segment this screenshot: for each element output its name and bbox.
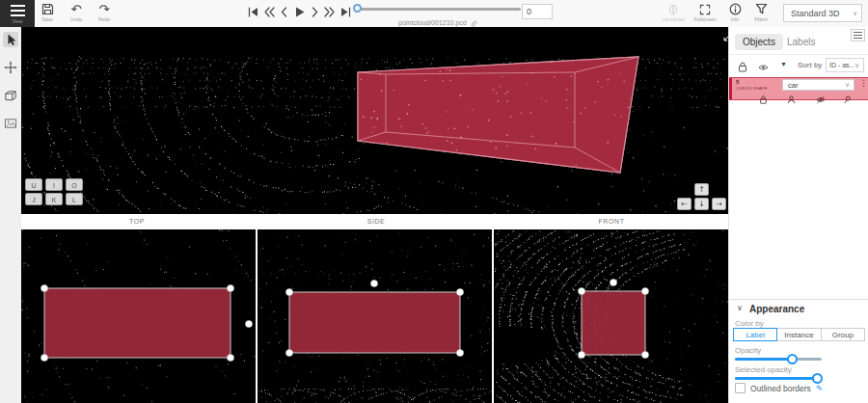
chevron-down-icon: ∨: [737, 304, 743, 312]
objects-toolbar: ▼ Sort by ID - as... ∨: [729, 56, 868, 75]
side-view-box[interactable]: [289, 292, 460, 353]
image-icon: [4, 117, 17, 130]
timeline-slider[interactable]: [355, 8, 521, 11]
sort-select[interactable]: ID - as... ∨: [826, 58, 864, 72]
selected-opacity-slider-fill: [735, 377, 818, 380]
chevron-down-icon: ∨: [854, 62, 859, 69]
object-id: 5: [736, 79, 739, 85]
undo-button[interactable]: ↶ Undo: [62, 3, 91, 22]
appearance-header[interactable]: ∨ Appearance: [729, 303, 868, 316]
redo-button[interactable]: ↷ Redo: [90, 3, 119, 22]
redo-icon: ↷: [90, 3, 119, 15]
select-tool-button[interactable]: [3, 32, 18, 47]
lock-all-icon[interactable]: [738, 59, 747, 76]
filter-icon: [746, 3, 775, 15]
outlined-borders-row: Outlined borders ✎: [735, 383, 823, 393]
arrow-right-button[interactable]: →: [712, 198, 726, 210]
opacity-slider-knob[interactable]: [787, 354, 798, 364]
arrow-left-button[interactable]: ←: [677, 198, 692, 210]
tab-labels[interactable]: Labels: [779, 34, 823, 50]
object-hide-icon[interactable]: [816, 91, 826, 108]
chevron-down-icon: ∨: [845, 81, 850, 89]
chevron-down-icon: ∨: [853, 10, 857, 17]
previous-frame-button[interactable]: [278, 6, 290, 18]
brain-icon: [659, 3, 688, 15]
rotation-handle: [370, 280, 377, 286]
main-menu-button[interactable]: View: [0, 0, 35, 27]
cuboid-icon: [4, 89, 17, 102]
arrow-down-button[interactable]: ↓: [694, 198, 709, 210]
expand-collapse-icon[interactable]: ▼: [780, 61, 787, 67]
cuboid-tool-button[interactable]: [3, 88, 18, 103]
top-view-annotation: [21, 229, 256, 403]
front-view-box[interactable]: [582, 291, 645, 355]
top-view-box[interactable]: [44, 288, 231, 358]
object-class-select[interactable]: car ∨: [782, 79, 854, 91]
fast-forward-button[interactable]: [324, 6, 337, 18]
move-tool-button[interactable]: [3, 60, 18, 75]
appearance-section: ∨ Appearance Color by Label Instance Gro…: [729, 299, 868, 300]
playback-controls: [247, 6, 352, 18]
selected-opacity-slider[interactable]: [735, 377, 822, 380]
timeline-slider-knob[interactable]: [353, 4, 362, 13]
object-accent-bar: [729, 78, 732, 99]
panel-tabs: Objects Labels: [729, 31, 868, 55]
mode-select-value: Standard 3D: [791, 9, 853, 18]
annotation-app: View Save ↶ Undo ↷ Redo: [0, 0, 868, 403]
outlined-borders-checkbox[interactable]: [735, 383, 746, 393]
arrow-up-button[interactable]: ↑: [694, 183, 709, 196]
key-hint-l[interactable]: L: [66, 193, 83, 205]
appearance-title: Appearance: [749, 304, 804, 314]
frame-number-input[interactable]: [522, 4, 553, 19]
ortho-view-labels: TOP SIDE FRONT: [21, 214, 728, 229]
color-by-label-button[interactable]: Label: [733, 328, 777, 341]
save-button[interactable]: Save: [33, 3, 62, 22]
top-view-label: TOP: [113, 218, 161, 225]
key-hint-k[interactable]: K: [45, 193, 63, 205]
object-user-icon[interactable]: [787, 91, 796, 108]
right-panel: Objects Labels ▼ Sort by ID - as... ∨ 5 …: [728, 27, 868, 403]
front-view-label: FRONT: [587, 218, 636, 225]
undo-icon: ↶: [62, 3, 91, 15]
hamburger-icon: [11, 5, 25, 7]
main-3d-viewport[interactable]: U I O J K L ↑ ← ↓ →: [21, 27, 728, 214]
color-by-group-button[interactable]: Group: [822, 328, 865, 341]
rotation-handle: [610, 279, 616, 285]
top-toolbar: View Save ↶ Undo ↷ Redo: [0, 0, 868, 28]
info-icon: [720, 3, 749, 15]
info-button[interactable]: Info: [720, 3, 749, 22]
opacity-slider[interactable]: [735, 358, 822, 361]
next-frame-button[interactable]: [309, 6, 321, 18]
play-button[interactable]: [293, 6, 306, 18]
object-list-item[interactable]: 5 CUBOID SHAPE car ∨ ⋮: [729, 77, 868, 100]
key-hint-i[interactable]: I: [45, 178, 63, 191]
key-hint-o[interactable]: O: [66, 178, 83, 191]
edit-pencil-icon[interactable]: ✎: [816, 384, 824, 393]
filename: pointcloud/001210.pcd: [398, 19, 466, 26]
not-trained-status: not trained: [659, 3, 688, 22]
cursor-icon: [4, 33, 17, 46]
skip-end-button[interactable]: [339, 6, 352, 18]
key-hint-u[interactable]: U: [25, 178, 42, 191]
fast-rewind-button[interactable]: [262, 6, 275, 18]
color-by-instance-button[interactable]: Instance: [777, 328, 821, 341]
filters-button[interactable]: Filters: [746, 3, 775, 22]
save-icon: [33, 3, 62, 15]
cuboid-annotation-layer: [21, 27, 728, 214]
side-view-label: SIDE: [352, 218, 400, 225]
image-view-tool-button[interactable]: [3, 116, 18, 131]
object-menu-icon[interactable]: ⋮: [859, 78, 868, 88]
object-lock-icon[interactable]: [759, 91, 768, 108]
mode-select[interactable]: Standard 3D ∨: [783, 4, 862, 22]
color-by-label: Color by: [735, 319, 764, 328]
front-ortho-view[interactable]: [494, 229, 728, 403]
skip-start-button[interactable]: [247, 6, 259, 18]
side-ortho-view[interactable]: [258, 229, 492, 403]
fullscreen-button[interactable]: Fullscreen: [691, 3, 719, 22]
key-hint-j[interactable]: J: [25, 193, 42, 205]
top-ortho-view[interactable]: [21, 229, 256, 403]
hide-all-icon[interactable]: [758, 59, 769, 76]
tab-objects[interactable]: Objects: [735, 34, 783, 50]
front-view-annotation: [494, 229, 728, 403]
object-pin-icon[interactable]: [843, 91, 852, 108]
